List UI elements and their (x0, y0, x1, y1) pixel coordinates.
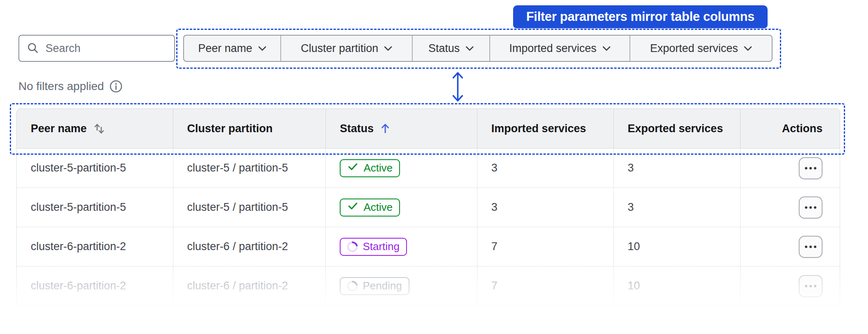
status-badge: Active (340, 159, 400, 177)
exported-services-cell: 3 (614, 188, 741, 227)
status-badge: Active (340, 199, 400, 217)
status-cell: Active (325, 149, 477, 187)
filter-bar: Peer name Cluster partition Status Impor… (183, 35, 773, 62)
column-label: Imported services (491, 122, 586, 135)
table-row: cluster-6-partition-2 cluster-6 / partit… (16, 266, 840, 306)
ellipsis-icon (805, 206, 816, 209)
status-cell: Pending (325, 266, 477, 305)
filter-dropdown-imported-services[interactable]: Imported services (489, 36, 629, 61)
exported-services-cell: 3 (614, 149, 741, 187)
status-badge: Pending (340, 277, 409, 295)
filter-label: Peer name (198, 42, 252, 55)
imported-services-cell: 7 (477, 266, 614, 305)
exported-services-cell: 10 (614, 227, 741, 266)
column-label: Exported services (628, 122, 723, 135)
info-icon[interactable] (109, 79, 123, 93)
status-label: Starting (363, 240, 400, 253)
column-label: Actions (782, 122, 823, 135)
cluster-partition-cell: cluster-5 / partition-5 (173, 149, 326, 187)
imported-services-cell: 3 (477, 188, 614, 227)
check-icon (347, 161, 359, 175)
column-header-cluster-partition[interactable]: Cluster partition (173, 109, 326, 148)
spinner-icon (345, 239, 360, 254)
filter-dropdown-exported-services[interactable]: Exported services (629, 36, 772, 61)
status-cell: Starting (325, 227, 477, 266)
peer-name-cell: cluster-6-partition-2 (17, 227, 173, 266)
status-label: Pending (363, 280, 402, 292)
ellipsis-icon (805, 246, 816, 248)
status-badge: Starting (340, 238, 407, 256)
filter-status-text: No filters applied (18, 80, 104, 93)
exported-services-cell: 10 (614, 266, 741, 305)
spinner-icon (345, 278, 360, 293)
callout-banner: Filter parameters mirror table columns (513, 5, 768, 28)
filter-dropdown-status[interactable]: Status (412, 36, 489, 61)
status-label: Active (364, 201, 393, 214)
status-cell: Active (325, 188, 477, 227)
chevron-down-icon (258, 46, 266, 51)
sort-both-icon[interactable] (93, 122, 105, 135)
table-row: cluster-5-partition-5 cluster-5 / partit… (16, 188, 840, 227)
column-header-actions: Actions (740, 109, 840, 148)
row-actions-button[interactable] (799, 196, 823, 219)
filter-label: Imported services (509, 42, 596, 55)
chevron-down-icon (744, 46, 752, 51)
table-header-row: Peer name Cluster partition Status (16, 108, 840, 149)
imported-services-cell: 3 (477, 149, 614, 187)
check-icon (347, 200, 359, 214)
filter-status-line: No filters applied (18, 79, 123, 93)
cluster-partition-cell: cluster-5 / partition-5 (173, 188, 326, 227)
cluster-partition-cell: cluster-6 / partition-2 (173, 227, 326, 266)
peers-table: Peer name Cluster partition Status (16, 108, 840, 306)
actions-cell (740, 188, 840, 227)
filter-dropdown-cluster-partition[interactable]: Cluster partition (280, 36, 412, 61)
table-row: cluster-6-partition-2 cluster-6 / partit… (16, 227, 840, 266)
row-actions-button[interactable] (799, 236, 823, 258)
actions-cell (740, 266, 840, 305)
search-box[interactable] (18, 35, 175, 62)
filter-dropdown-peer-name[interactable]: Peer name (184, 36, 280, 61)
ellipsis-icon (805, 285, 816, 287)
column-header-status[interactable]: Status (325, 109, 477, 148)
imported-services-cell: 7 (477, 227, 614, 266)
search-icon (27, 42, 40, 55)
sort-ascending-icon[interactable] (380, 122, 390, 135)
row-actions-button[interactable] (799, 275, 823, 297)
filter-label: Status (428, 42, 460, 55)
filter-label: Cluster partition (301, 42, 378, 55)
column-header-exported-services[interactable]: Exported services (614, 109, 741, 148)
cluster-partition-cell: cluster-6 / partition-2 (173, 266, 326, 305)
column-header-imported-services[interactable]: Imported services (477, 109, 614, 148)
chevron-down-icon (602, 46, 611, 51)
column-label: Peer name (31, 122, 87, 135)
peer-name-cell: cluster-5-partition-5 (17, 149, 173, 187)
status-label: Active (364, 162, 393, 174)
chevron-down-icon (466, 46, 474, 51)
column-label: Cluster partition (187, 122, 273, 135)
table-row: cluster-5-partition-5 cluster-5 / partit… (16, 149, 840, 188)
row-actions-button[interactable] (799, 157, 823, 179)
column-label: Status (340, 122, 374, 135)
actions-cell (740, 149, 840, 187)
ellipsis-icon (805, 167, 816, 169)
column-header-peer-name[interactable]: Peer name (17, 109, 173, 148)
actions-cell (740, 227, 840, 266)
vertical-double-arrow-icon (450, 70, 466, 105)
search-input[interactable] (45, 42, 160, 55)
peer-name-cell: cluster-5-partition-5 (17, 188, 173, 227)
chevron-down-icon (384, 46, 392, 51)
peer-name-cell: cluster-6-partition-2 (17, 266, 173, 305)
filter-label: Exported services (650, 42, 738, 55)
